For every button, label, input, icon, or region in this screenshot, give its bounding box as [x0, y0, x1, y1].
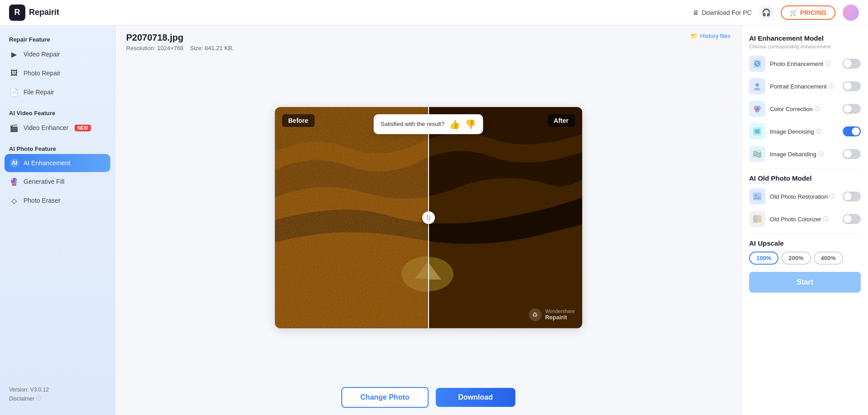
- sidebar-item-file-repair[interactable]: 📄 File Repair: [0, 83, 115, 102]
- portrait-enhancement-info-icon[interactable]: ⓘ: [829, 83, 834, 90]
- app-body: Repair Feature ▶ Video Repair 🖼 Photo Re…: [0, 25, 868, 415]
- sidebar-item-ai-enhancement[interactable]: AI AI Enhancement: [5, 154, 110, 172]
- old-photo-model-title: AI Old Photo Model: [749, 174, 861, 182]
- color-correction-toggle[interactable]: [843, 104, 861, 114]
- photo-enhancement-icon-wrap: [749, 56, 765, 72]
- comparison-container[interactable]: Before After Satisfied with the result? …: [275, 107, 582, 328]
- image-debanding-icon: [752, 149, 762, 159]
- sidebar-item-photo-repair[interactable]: 🖼 Photo Repair: [0, 64, 115, 83]
- history-icon: 📁: [690, 33, 698, 39]
- right-panel: AI Enhancement Model Choose correspondin…: [741, 25, 868, 415]
- sidebar-item-photo-eraser[interactable]: ◇ Photo Eraser: [0, 191, 115, 210]
- sidebar-item-video-repair[interactable]: ▶ Video Repair: [0, 45, 115, 64]
- history-files-button[interactable]: 📁 History files: [690, 33, 731, 39]
- svg-point-15: [755, 195, 757, 197]
- panel-divider-1: [749, 168, 861, 169]
- portrait-enhancement-toggle[interactable]: [843, 81, 861, 91]
- old-photo-restoration-toggle[interactable]: [843, 191, 861, 201]
- ai-enhancement-icon: AI: [10, 159, 19, 168]
- sidebar-item-label: Photo Repair: [24, 70, 61, 77]
- change-photo-button[interactable]: Change Photo: [341, 387, 428, 408]
- svg-point-11: [755, 108, 760, 112]
- disclaimer-text[interactable]: Disclaimer: [9, 396, 34, 402]
- sidebar-item-label: Video Repair: [24, 51, 60, 58]
- content-header: P2070718.jpg Resolution: 1024×768 Size: …: [115, 25, 741, 55]
- action-bar: Change Photo Download: [115, 380, 741, 415]
- image-denoising-icon-wrap: [749, 123, 765, 140]
- help-button[interactable]: 🎧: [759, 5, 774, 20]
- svg-rect-17: [753, 215, 757, 223]
- before-label: Before: [282, 114, 315, 127]
- upscale-400-button[interactable]: 400%: [814, 252, 843, 265]
- old-photo-restoration-label: Old Photo Restoration ⓘ: [770, 193, 838, 201]
- image-denoising-icon: [752, 126, 762, 136]
- old-photo-colorizer-label: Old Photo Colorizer ⓘ: [770, 215, 838, 223]
- start-button[interactable]: Start: [749, 272, 861, 293]
- old-photo-colorizer-icon-wrap: [749, 211, 765, 227]
- sidebar-item-label: Generative Fill: [24, 178, 64, 185]
- main-content: P2070718.jpg Resolution: 1024×768 Size: …: [115, 25, 741, 415]
- pricing-button[interactable]: 🛒 PRICING: [781, 5, 835, 20]
- ai-video-feature-label: AI Video Feature: [0, 106, 115, 118]
- upscale-200-button[interactable]: 200%: [781, 252, 811, 265]
- file-meta: Resolution: 1024×768 Size: 841.21 KB.: [126, 45, 234, 51]
- svg-point-8: [755, 83, 759, 87]
- portrait-enhancement-label: Portrait Enhancement ⓘ: [770, 83, 838, 90]
- sidebar-item-generative-fill[interactable]: 🔮 Generative Fill: [0, 172, 115, 191]
- old-photo-restoration-icon: [752, 191, 762, 201]
- file-info: P2070718.jpg Resolution: 1024×768 Size: …: [126, 33, 234, 51]
- feature-row-old-photo-colorizer: Old Photo Colorizer ⓘ: [749, 211, 861, 227]
- filename: P2070718.jpg: [126, 33, 234, 43]
- upscale-100-button[interactable]: 100%: [749, 252, 778, 265]
- comparison-handle[interactable]: ⟨⟩: [422, 211, 435, 224]
- satisfaction-text: Satisfied with the result?: [381, 121, 444, 127]
- photo-enhancement-label: Photo Enhancement ⓘ: [770, 60, 838, 68]
- photo-repair-icon: 🖼: [9, 68, 19, 78]
- old-photo-colorizer-info-icon[interactable]: ⓘ: [823, 215, 828, 223]
- satisfaction-popup: Satisfied with the result? 👍 👎: [373, 114, 483, 134]
- sidebar-item-label: Video Enhancer: [24, 124, 68, 131]
- new-badge: NEW: [75, 125, 90, 131]
- repair-feature-label: Repair Feature: [0, 33, 115, 45]
- old-photo-restoration-icon-wrap: [749, 188, 765, 205]
- watermark-text: Wondershare Repairit: [545, 308, 575, 321]
- image-debanding-icon-wrap: [749, 146, 765, 162]
- image-denoising-toggle[interactable]: [843, 126, 861, 136]
- watermark: ♻ Wondershare Repairit: [529, 308, 575, 321]
- image-debanding-info-icon[interactable]: ⓘ: [818, 150, 824, 158]
- avatar[interactable]: [843, 5, 859, 21]
- generative-fill-icon: 🔮: [9, 177, 19, 187]
- download-for-pc-button[interactable]: 🖥 Download For PC: [693, 9, 752, 16]
- color-correction-info-icon[interactable]: ⓘ: [815, 105, 820, 113]
- feature-row-portrait-enhancement: Portrait Enhancement ⓘ: [749, 78, 861, 94]
- feature-row-old-photo-restoration: Old Photo Restoration ⓘ: [749, 188, 861, 205]
- disclaimer-info-icon: ⓘ: [36, 395, 42, 402]
- photo-enhancement-toggle[interactable]: [843, 59, 861, 69]
- image-denoising-info-icon[interactable]: ⓘ: [816, 128, 821, 135]
- sidebar-item-label: File Repair: [24, 89, 54, 96]
- feature-row-image-denoising: Image Denoising ⓘ: [749, 123, 861, 140]
- watermark-icon: ♻: [529, 308, 542, 321]
- color-correction-icon: [752, 104, 762, 114]
- thumbs-down-button[interactable]: 👎: [465, 119, 476, 130]
- old-photo-restoration-info-icon[interactable]: ⓘ: [830, 193, 835, 201]
- video-repair-icon: ▶: [9, 49, 19, 59]
- headset-icon: 🎧: [762, 8, 771, 17]
- file-repair-icon: 📄: [9, 87, 19, 97]
- download-button[interactable]: Download: [436, 388, 515, 407]
- ai-photo-feature-label: AI Photo Feature: [0, 142, 115, 154]
- image-debanding-toggle[interactable]: [843, 149, 861, 159]
- photo-enhancement-icon: [752, 59, 762, 69]
- color-correction-label: Color Correction ⓘ: [770, 105, 838, 113]
- monitor-icon: 🖥: [693, 9, 699, 16]
- sidebar-footer: Version: V3.0.12 Disclaimer ⓘ: [0, 381, 115, 408]
- old-photo-colorizer-toggle[interactable]: [843, 214, 861, 224]
- version-text: Version: V3.0.12: [9, 387, 106, 393]
- logo-icon: R: [9, 5, 25, 21]
- portrait-enhancement-icon: [752, 81, 762, 91]
- header: R Repairit 🖥 Download For PC 🎧 🛒 PRICING: [0, 0, 868, 25]
- thumbs-up-button[interactable]: 👍: [449, 119, 460, 130]
- image-viewer: Before After Satisfied with the result? …: [115, 55, 741, 380]
- sidebar-item-video-enhancer[interactable]: 🎬 Video Enhancer NEW: [0, 118, 115, 137]
- photo-enhancement-info-icon[interactable]: ⓘ: [825, 60, 830, 68]
